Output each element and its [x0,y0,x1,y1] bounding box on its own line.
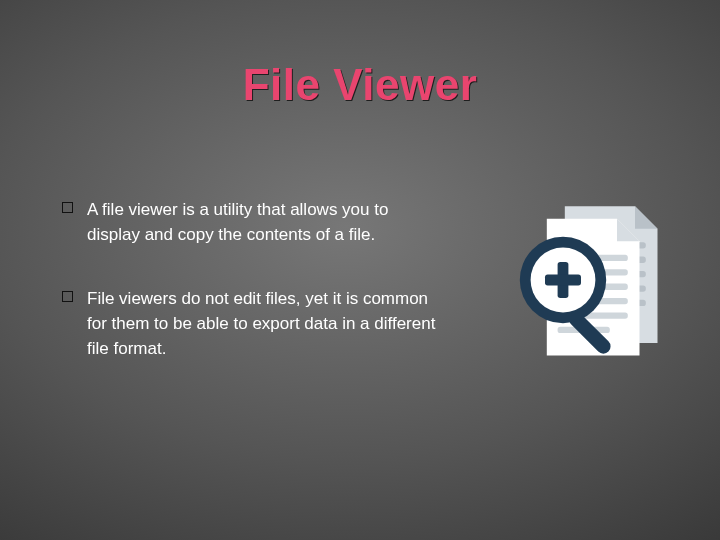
list-item: File viewers do not edit files, yet it i… [62,287,442,361]
bullet-marker [62,291,73,302]
list-item: A file viewer is a utility that allows y… [62,198,442,247]
svg-rect-16 [545,275,581,286]
bullet-text: File viewers do not edit files, yet it i… [87,287,442,361]
bullet-marker [62,202,73,213]
content-area: A file viewer is a utility that allows y… [62,198,442,401]
bullet-text: A file viewer is a utility that allows y… [87,198,442,247]
slide-title: File Viewer [0,60,720,110]
file-magnifier-icon [500,190,680,370]
